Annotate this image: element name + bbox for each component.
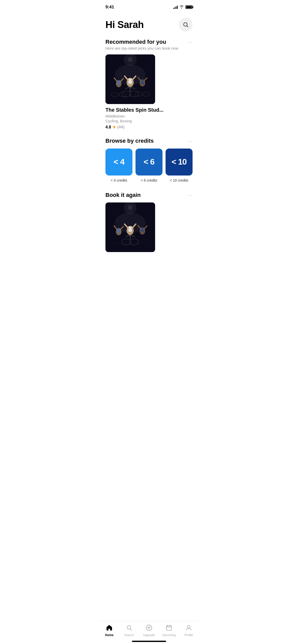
recommended-section: Recommended for you Here are top-rated p… (105, 39, 193, 129)
upgrade-icon (145, 624, 153, 632)
recommended-more-button[interactable]: ··· (187, 39, 193, 45)
nav-upcoming[interactable]: Upcoming (161, 624, 177, 637)
review-count: (44) (117, 125, 124, 129)
credit-desc-6: < 6 credits (141, 178, 157, 182)
status-bar: 9:41 (99, 0, 199, 13)
studio-name: The Stables Spin Stud... (105, 107, 193, 113)
main-content: Hi Sarah Recommended for you Here are to… (99, 13, 199, 287)
credits-header: Browse by credits ··· (105, 138, 193, 144)
rating-value: 4.8 (105, 125, 111, 129)
nav-home-label: Home (105, 633, 113, 637)
credit-label-10: < 10 (171, 157, 186, 167)
studio-image[interactable] (105, 54, 155, 104)
svg-rect-30 (128, 227, 132, 232)
svg-rect-6 (128, 79, 132, 84)
credit-label-4: < 4 (114, 157, 124, 167)
star-icon: ★ (112, 125, 116, 129)
book-again-more-button[interactable]: ··· (187, 192, 193, 198)
header-row: Hi Sarah (105, 18, 193, 32)
book-again-section: Book it again ··· (105, 192, 193, 252)
nav-search-label: Search (124, 633, 134, 637)
credits-title: Browse by credits (105, 138, 154, 144)
credits-more-button[interactable]: ··· (187, 138, 193, 144)
svg-rect-34 (117, 228, 120, 233)
svg-line-47 (130, 629, 132, 631)
credit-card-6[interactable]: < 6 (136, 149, 162, 175)
credits-grid: < 4 < 6 < 10 (105, 149, 193, 175)
book-again-image[interactable] (105, 202, 155, 252)
nav-upgrade[interactable]: Upgrade (141, 624, 157, 637)
nav-profile[interactable]: Profile (181, 624, 197, 637)
greeting-text: Hi Sarah (105, 19, 144, 30)
svg-point-25 (128, 57, 133, 62)
status-time: 9:41 (105, 5, 114, 10)
wifi-icon (179, 5, 184, 9)
book-again-header: Book it again ··· (105, 192, 193, 198)
recommended-header: Recommended for you Here are top-rated p… (105, 39, 193, 50)
credit-desc-10: < 10 credits (170, 178, 188, 182)
studio-location: Middletown (105, 114, 193, 118)
recommended-subtitle: Here are top-rated picks you can book no… (105, 46, 178, 50)
studio-categories: Cycling, Boxing (105, 119, 193, 123)
signal-icon (173, 5, 178, 9)
profile-icon (185, 624, 192, 632)
battery-icon (185, 5, 193, 9)
credit-card-4[interactable]: < 4 (105, 149, 132, 175)
credit-label-6: < 6 (144, 157, 154, 167)
nav-profile-label: Profile (184, 633, 193, 637)
home-indicator (132, 641, 166, 642)
svg-rect-10 (117, 80, 120, 85)
credits-section: Browse by credits ··· < 4 < 6 < 10 < 4 c… (105, 138, 193, 182)
credit-desc-4: < 4 credits (111, 178, 127, 182)
search-icon-button[interactable] (179, 18, 193, 32)
svg-point-45 (128, 205, 133, 210)
nav-upcoming-label: Upcoming (162, 633, 176, 637)
nav-upgrade-label: Upgrade (143, 633, 155, 637)
credit-card-10[interactable]: < 10 (166, 149, 193, 175)
search-icon (183, 22, 189, 28)
svg-point-55 (187, 625, 190, 628)
status-icons (173, 5, 193, 9)
svg-rect-38 (141, 228, 144, 232)
credits-labels: < 4 credits < 6 credits < 10 credits (105, 178, 193, 183)
svg-rect-51 (166, 626, 171, 630)
nav-search[interactable]: Search (121, 624, 138, 637)
nav-home[interactable]: Home (101, 624, 118, 637)
svg-line-1 (187, 26, 188, 27)
search-nav-icon (126, 624, 133, 632)
book-again-title: Book it again (105, 192, 141, 198)
recommended-title: Recommended for you (105, 39, 178, 45)
svg-rect-14 (141, 80, 144, 84)
calendar-icon (165, 624, 172, 632)
home-icon (106, 624, 113, 632)
studio-rating: 4.8 ★ (44) (105, 125, 193, 129)
